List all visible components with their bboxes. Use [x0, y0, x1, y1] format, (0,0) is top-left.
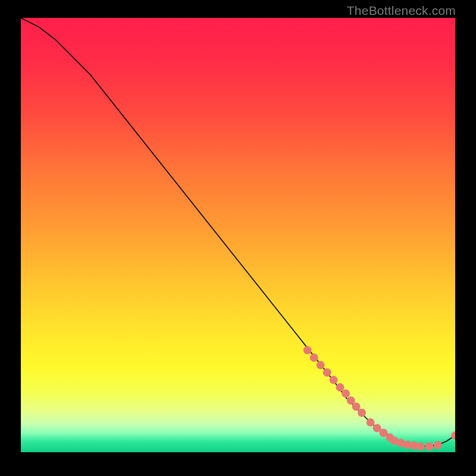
- marker-dot: [323, 368, 331, 377]
- marker-dot: [336, 383, 345, 392]
- main-curve-line: [21, 18, 455, 446]
- marker-dot: [310, 353, 318, 362]
- marker-dot: [425, 442, 433, 450]
- marker-dots: [303, 346, 455, 451]
- marker-dot: [367, 418, 375, 427]
- marker-dot: [434, 441, 442, 449]
- marker-dot: [451, 431, 455, 440]
- marker-dot: [317, 361, 325, 369]
- marker-dot: [303, 346, 312, 355]
- marker-dot: [358, 409, 366, 417]
- chart-stage: TheBottleneck.com: [0, 0, 476, 476]
- marker-dot: [352, 402, 361, 411]
- curve-layer: [21, 18, 455, 455]
- marker-dot: [416, 442, 425, 450]
- marker-dot: [342, 389, 350, 397]
- watermark-text: TheBottleneck.com: [347, 4, 456, 18]
- marker-dot: [330, 376, 338, 384]
- plot-area: [21, 18, 455, 455]
